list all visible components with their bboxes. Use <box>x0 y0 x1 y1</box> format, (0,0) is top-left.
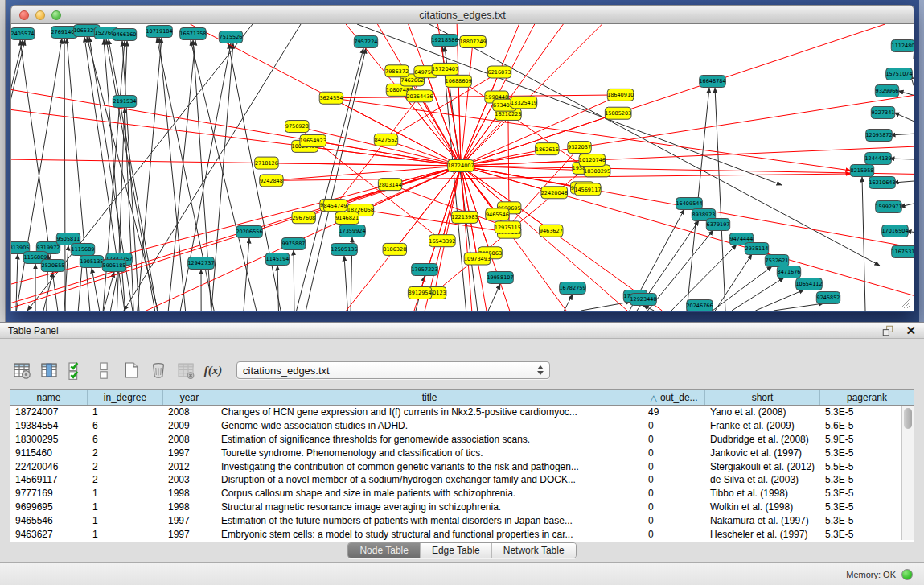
graph-node[interactable]: 9242848 <box>260 175 283 187</box>
graph-node[interactable]: 9245852 <box>816 292 840 304</box>
graph-node[interactable]: 12975115 <box>495 221 521 233</box>
graph-node[interactable]: 10654112 <box>795 278 822 290</box>
resize-grip[interactable] <box>899 298 912 309</box>
new-table-icon[interactable] <box>121 360 142 381</box>
graph-node[interactable]: 2803144 <box>378 179 401 191</box>
graph-node[interactable]: 14569117 <box>574 183 601 196</box>
graph-node[interactable]: 2967608 <box>292 212 315 224</box>
column-header-in_degree[interactable]: in_degree <box>88 390 163 405</box>
graph-node[interactable]: 9756928 <box>285 121 309 133</box>
graph-edge[interactable] <box>331 95 621 98</box>
table-row[interactable]: 1830029562008Estimation of significance … <box>10 433 914 447</box>
column-header-short[interactable]: short <box>705 390 820 405</box>
graph-edge[interactable] <box>211 43 233 311</box>
graph-node[interactable]: 12923448 <box>630 294 656 306</box>
graph-node[interactable]: 11675312 <box>891 246 914 258</box>
close-panel-icon[interactable]: ✕ <box>906 325 916 336</box>
column-header-name[interactable]: name <box>10 390 88 405</box>
graph-node[interactable]: 8471676 <box>777 266 800 278</box>
graph-node[interactable]: 20246766 <box>686 300 713 311</box>
graph-edge[interactable] <box>305 146 461 166</box>
graph-node[interactable]: 7515526 <box>219 31 242 43</box>
graph-node[interactable]: 9322037 <box>568 142 591 154</box>
graph-edge[interactable] <box>294 250 294 311</box>
graph-node[interactable]: 18724007 <box>447 160 474 172</box>
graph-edge[interactable] <box>193 40 211 311</box>
table-row[interactable]: 1872400712008Changes of HCN gene express… <box>10 406 914 419</box>
network-graph[interactable]: 2405574276914061065328715276029466160107… <box>11 24 914 311</box>
graph-edge[interactable] <box>461 166 554 192</box>
graph-node[interactable]: 17957223 <box>411 264 437 276</box>
graph-node[interactable]: 9463627 <box>540 225 563 237</box>
graph-node[interactable]: 16210643 <box>869 177 895 189</box>
graph-edge[interactable] <box>715 88 725 311</box>
graph-edge[interactable] <box>244 238 249 311</box>
graph-edge[interactable] <box>862 177 865 311</box>
graph-node[interactable]: 1862615 <box>536 143 559 155</box>
table-settings-icon[interactable] <box>11 360 32 381</box>
graph-node[interactable]: 8427552 <box>374 134 397 146</box>
graph-node[interactable]: 2718126 <box>255 157 278 169</box>
graph-node[interactable]: 16648784 <box>699 76 725 88</box>
table-row[interactable]: 977716911998Corpus callosum shape and si… <box>10 487 914 501</box>
graph-node[interactable]: 18640910 <box>607 89 634 101</box>
select-all-icon[interactable] <box>66 360 87 381</box>
graph-node[interactable]: 15992971 <box>875 201 901 213</box>
graph-node[interactable]: 9466160 <box>113 29 136 41</box>
graph-node[interactable]: 9329966 <box>875 85 898 97</box>
graph-node[interactable]: 19958107 <box>487 272 513 284</box>
graph-edge[interactable] <box>488 284 500 311</box>
table-row[interactable]: 911546021997Tourette syndrome. Phenomeno… <box>10 447 914 460</box>
graph-edge[interactable] <box>344 256 347 311</box>
float-panel-icon[interactable] <box>881 324 894 337</box>
unselect-all-icon[interactable] <box>93 360 114 381</box>
graph-node[interactable]: 9146821 <box>335 212 359 225</box>
graph-node[interactable]: 12093872 <box>865 130 892 142</box>
column-header-pagerank[interactable]: pagerank <box>820 390 914 405</box>
graph-node[interactable]: 19218586 <box>431 35 458 47</box>
graph-edge[interactable] <box>898 91 914 95</box>
column-header-title[interactable]: title <box>216 390 643 405</box>
scrollbar-thumb[interactable] <box>904 408 912 429</box>
graph-node[interactable]: 16409544 <box>676 198 702 210</box>
graph-node[interactable]: 7532621 <box>765 255 788 267</box>
graph-node[interactable]: 13325419 <box>511 97 537 109</box>
table-row[interactable]: 2242004622012Investigating the contribut… <box>10 460 914 474</box>
graph-edge[interactable] <box>434 166 461 293</box>
graph-edge[interactable] <box>461 166 465 217</box>
graph-node[interactable]: 9465546 <box>486 208 509 220</box>
graph-node[interactable]: 16671358 <box>179 28 206 40</box>
graph-node[interactable]: 16543392 <box>429 235 455 247</box>
graph-edge[interactable] <box>894 113 914 122</box>
graph-node[interactable]: 8215958 <box>850 165 873 177</box>
graph-node[interactable]: 2935114 <box>745 243 768 255</box>
graph-edge[interactable] <box>889 159 914 159</box>
delete-rows-icon[interactable] <box>148 360 169 381</box>
graph-node[interactable]: 18807249 <box>459 36 486 48</box>
graph-node[interactable]: 3624554 <box>319 92 343 104</box>
graph-node[interactable]: 20206556 <box>236 226 262 238</box>
tab-node-table[interactable]: Node Table <box>348 543 420 558</box>
graph-edge[interactable] <box>266 163 461 166</box>
table-row[interactable]: 969969511998Structural magnetic resonanc… <box>10 501 914 514</box>
close-window-button[interactable] <box>19 10 29 20</box>
graph-node[interactable]: 8912954 <box>408 287 431 299</box>
table-selector-dropdown[interactable]: citations_edges.txt <box>236 361 550 379</box>
graph-node[interactable]: 1112480 <box>891 40 914 52</box>
graph-node[interactable]: 2520655 <box>41 260 64 272</box>
minimize-window-button[interactable] <box>35 10 45 20</box>
graph-edge[interactable] <box>125 108 133 311</box>
graph-node[interactable]: 12213983 <box>451 211 478 223</box>
graph-node[interactable]: 7957224 <box>354 36 377 48</box>
graph-node[interactable]: 15885203 <box>605 107 631 119</box>
table-scrollbar[interactable] <box>901 406 914 540</box>
graph-node[interactable]: 6379197 <box>706 219 729 231</box>
graph-node[interactable]: 5905185 <box>102 260 125 272</box>
tab-edge-table[interactable]: Edge Table <box>420 543 491 558</box>
graph-node[interactable]: 20364436 <box>406 90 433 102</box>
graph-node[interactable]: 22420046 <box>541 187 568 199</box>
graph-node[interactable]: 15720407 <box>432 63 458 75</box>
graph-node[interactable]: 8186328 <box>383 243 406 255</box>
graph-edge[interactable] <box>92 268 100 311</box>
tab-network-table[interactable]: Network Table <box>491 543 576 558</box>
